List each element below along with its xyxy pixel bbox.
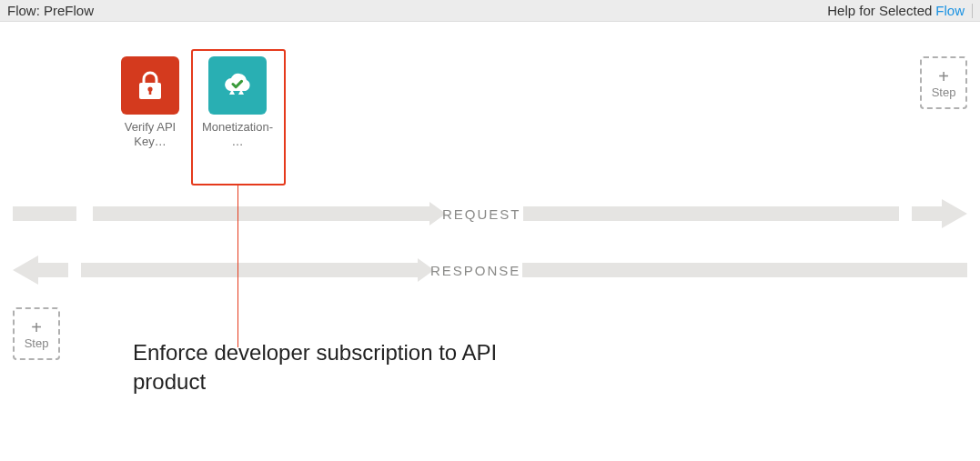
add-step-request-button[interactable]: + Step xyxy=(920,56,967,109)
plus-icon: + xyxy=(31,318,42,336)
add-step-label: Step xyxy=(932,85,956,99)
arrow-left-icon xyxy=(13,256,38,285)
flow-title: Flow: PreFlow xyxy=(7,3,94,18)
arrow-right-icon xyxy=(942,199,967,228)
callout-text: Enforce developer subscription to API pr… xyxy=(133,338,533,397)
lock-icon xyxy=(132,67,168,104)
topbar-divider xyxy=(972,4,973,18)
topbar: Flow: PreFlow Help for Selected Flow xyxy=(0,0,980,22)
response-flow-band: RESPONSE xyxy=(13,258,967,282)
request-flow-band: REQUEST xyxy=(13,202,967,225)
policy-verify-api-key[interactable]: Verify API Key… xyxy=(109,56,191,149)
callout-line xyxy=(237,185,238,347)
help-label: Help for Selected xyxy=(827,3,932,18)
add-step-label: Step xyxy=(25,336,49,350)
policy-verify-api-key-label: Verify API Key… xyxy=(109,120,191,149)
response-label: RESPONSE xyxy=(429,263,522,278)
flow-canvas: Verify API Key… Monetization-… REQUEST xyxy=(0,22,980,461)
policy-monetization[interactable]: Monetization-… xyxy=(197,56,278,149)
plus-icon: + xyxy=(938,67,949,85)
policy-verify-api-key-tile xyxy=(121,56,179,115)
svg-rect-2 xyxy=(149,89,152,95)
cloud-check-icon xyxy=(219,67,256,104)
policy-monetization-tile xyxy=(208,56,267,115)
policy-monetization-label: Monetization-… xyxy=(197,120,278,149)
request-label: REQUEST xyxy=(440,206,523,222)
help-flow-link[interactable]: Flow xyxy=(935,3,965,18)
add-step-response-button[interactable]: + Step xyxy=(13,307,60,360)
